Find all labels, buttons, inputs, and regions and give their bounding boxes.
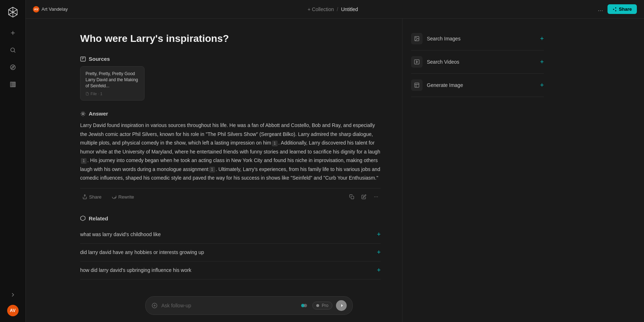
- compass-button[interactable]: [6, 60, 20, 74]
- svg-point-17: [416, 38, 416, 38]
- related-label: Related: [89, 215, 108, 221]
- generate-image-plus: +: [540, 82, 544, 89]
- image-icon: [414, 36, 420, 42]
- related-item-3[interactable]: how did larry david's upbringing influen…: [80, 262, 381, 279]
- send-icon: [339, 303, 344, 308]
- brand-icon: [301, 303, 309, 308]
- input-bar: Pro: [145, 296, 353, 315]
- add-icon: [151, 302, 158, 309]
- edit-icon: [361, 194, 366, 199]
- related-item-3-text: how did larry david's upbringing influen…: [80, 267, 191, 273]
- answer-icon: [80, 111, 86, 117]
- related-icon: [80, 215, 86, 221]
- copy-button[interactable]: [347, 193, 356, 201]
- user-badge: AV Art Vandelay: [33, 6, 68, 13]
- share-answer-button[interactable]: Share: [80, 193, 104, 201]
- left-sidebar: AV: [0, 0, 26, 322]
- answer-label: Answer: [89, 111, 108, 117]
- related-item-3-plus: +: [377, 267, 381, 274]
- related-section: Related what was larry david's childhood…: [80, 215, 381, 279]
- svg-point-14: [376, 197, 376, 197]
- svg-point-4: [10, 65, 15, 70]
- generate-image-icon: [414, 82, 420, 88]
- generate-image-item[interactable]: Generate Image +: [411, 74, 544, 97]
- svg-point-13: [374, 197, 375, 197]
- rewrite-label: Rewrite: [118, 194, 134, 200]
- citation-1[interactable]: 1: [272, 141, 278, 146]
- search-nav-button[interactable]: [6, 43, 20, 57]
- svg-rect-12: [351, 196, 354, 199]
- library-button[interactable]: [6, 77, 20, 92]
- pro-toggle[interactable]: Pro: [312, 302, 332, 309]
- send-button[interactable]: [336, 300, 347, 311]
- svg-marker-19: [416, 61, 418, 63]
- copy-icon: [349, 194, 354, 199]
- answer-actions: Share Rewrite: [80, 188, 381, 201]
- sources-section: Sources Pretty, Pretty, Pretty Good Larr…: [80, 56, 381, 101]
- topbar: AV Art Vandelay + Collection / Untitled …: [26, 0, 644, 19]
- sources-icon: [80, 56, 86, 62]
- user-avatar[interactable]: AV: [7, 305, 19, 316]
- svg-point-11: [82, 113, 84, 114]
- question-title: Who were Larry's inspirations?: [80, 33, 381, 44]
- search-videos-item[interactable]: Search Videos +: [411, 50, 544, 74]
- citation-3[interactable]: 1: [209, 167, 215, 172]
- answer-text: Larry David found inspiration in various…: [80, 121, 381, 182]
- more-icon: [374, 194, 379, 199]
- share-answer-icon: [82, 194, 87, 199]
- right-sidebar: Search Images + Search Videos +: [402, 19, 552, 322]
- followup-input[interactable]: [161, 303, 297, 308]
- rewrite-button[interactable]: Rewrite: [109, 193, 136, 201]
- svg-rect-20: [415, 83, 419, 87]
- rewrite-icon: [112, 194, 117, 199]
- search-images-plus: +: [540, 35, 544, 43]
- topbar-right: ... Share: [598, 4, 637, 14]
- svg-line-3: [14, 51, 15, 52]
- svg-point-25: [304, 304, 307, 307]
- add-followup-button[interactable]: [151, 302, 158, 309]
- svg-rect-5: [10, 82, 12, 87]
- breadcrumb-slash: /: [337, 6, 338, 12]
- search-videos-plus: +: [540, 58, 544, 66]
- related-item-2[interactable]: did larry david have any hobbies or inte…: [80, 244, 381, 262]
- source-meta: File · 1: [86, 92, 139, 96]
- edit-button[interactable]: [359, 193, 369, 201]
- app-logo[interactable]: [6, 6, 19, 19]
- main-area: Who were Larry's inspirations? Sources P…: [52, 19, 644, 322]
- search-videos-label: Search Videos: [427, 59, 459, 65]
- generate-image-left: Generate Image: [411, 79, 463, 91]
- video-icon: [414, 59, 420, 65]
- search-images-icon-box: [411, 33, 423, 44]
- page-title: Untitled: [341, 6, 358, 12]
- plus-collection-link[interactable]: + Collection: [308, 6, 334, 12]
- source-title: Pretty, Pretty, Pretty Good Larry David …: [86, 71, 139, 89]
- user-name: Art Vandelay: [42, 6, 68, 12]
- new-button[interactable]: [6, 26, 20, 40]
- svg-point-15: [377, 197, 378, 197]
- input-icons: [301, 303, 309, 308]
- more-answer-button[interactable]: [371, 193, 381, 201]
- related-item-1-text: what was larry david's childhood like: [80, 231, 161, 237]
- citation-2[interactable]: 1: [81, 158, 87, 164]
- pro-dot: [316, 304, 319, 307]
- search-videos-left: Search Videos: [411, 56, 459, 68]
- share-label: Share: [619, 6, 632, 12]
- related-item-2-text: did larry david have any hobbies or inte…: [80, 249, 204, 255]
- file-icon: [86, 92, 89, 96]
- search-images-item[interactable]: Search Images +: [411, 27, 544, 50]
- source-card[interactable]: Pretty, Pretty, Pretty Good Larry David …: [80, 66, 145, 101]
- sources-label: Sources: [89, 56, 110, 62]
- generate-image-label: Generate Image: [427, 82, 463, 88]
- topbar-left: AV Art Vandelay: [33, 6, 68, 13]
- search-images-label: Search Images: [427, 36, 460, 42]
- more-options-button[interactable]: ...: [598, 5, 603, 13]
- svg-rect-18: [414, 60, 419, 64]
- search-images-left: Search Images: [411, 33, 460, 44]
- related-item-1[interactable]: what was larry david's childhood like +: [80, 226, 381, 244]
- collapse-sidebar-button[interactable]: [6, 288, 20, 302]
- svg-point-2: [11, 48, 15, 52]
- related-item-1-plus: +: [377, 231, 381, 238]
- share-button[interactable]: Share: [608, 4, 637, 14]
- answer-section: Answer Larry David found inspiration in …: [80, 111, 381, 201]
- share-answer-label: Share: [89, 194, 102, 200]
